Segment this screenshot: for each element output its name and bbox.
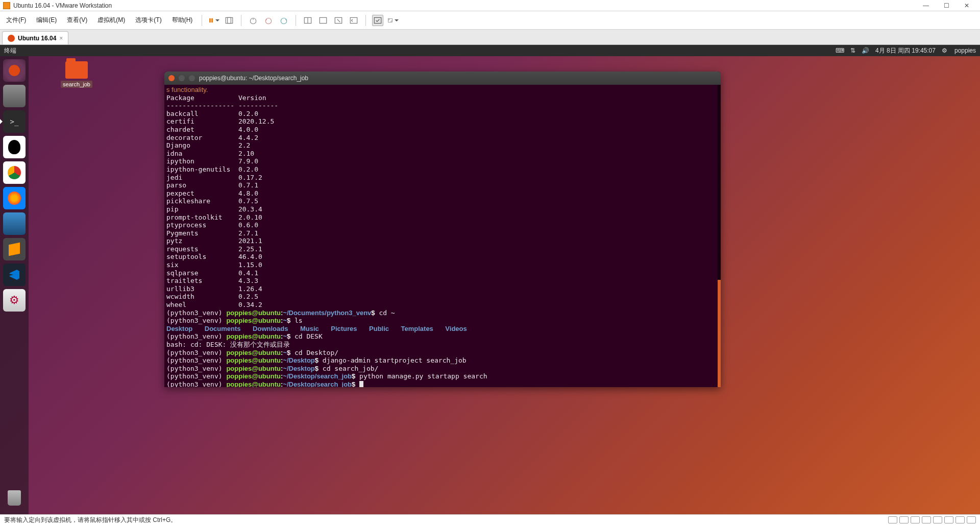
quick-switch-button[interactable] — [372, 15, 383, 26]
terminal-maximize-button[interactable] — [189, 75, 195, 81]
view-unity-button[interactable] — [333, 15, 344, 26]
vmware-titlebar: Ubuntu 16.04 - VMware Workstation — ☐ ✕ — [0, 0, 980, 11]
launcher-chrome-icon[interactable] — [3, 161, 26, 184]
launcher-terminal-icon[interactable] — [3, 110, 26, 133]
launcher-sublime-icon[interactable] — [3, 238, 26, 260]
view-console-button[interactable] — [348, 15, 359, 26]
status-printer-icon[interactable] — [944, 516, 953, 523]
svg-point-6 — [281, 18, 287, 23]
window-close-button[interactable]: ✕ — [957, 1, 977, 11]
desktop-folder-search-job[interactable]: search_job — [58, 61, 95, 88]
vmware-tabbar: Ubuntu 16.04 × — [0, 30, 980, 45]
window-maximize-button[interactable]: ☐ — [936, 1, 957, 11]
toolbar-separator — [202, 15, 202, 26]
svg-rect-2 — [226, 17, 233, 23]
svg-point-5 — [266, 18, 272, 23]
ubuntu-desktop[interactable]: 终端 ⌨ ⇅ 🔊 4月 8日 周四 19:45:07 ⚙ poppies sea… — [0, 45, 980, 514]
topbar-clock[interactable]: 4月 8日 周四 19:45:07 — [875, 46, 936, 55]
keyboard-indicator-icon[interactable]: ⌨ — [836, 47, 844, 54]
terminal-scrollbar[interactable] — [718, 85, 721, 387]
vmware-logo-icon — [3, 2, 10, 9]
terminal-titlebar[interactable]: poppies@ubuntu: ~/Desktop/search_job — [164, 71, 721, 85]
launcher-settings-icon[interactable] — [3, 289, 26, 312]
menu-tabs[interactable]: 选项卡(T) — [132, 14, 164, 27]
launcher-network-icon[interactable] — [3, 212, 26, 235]
network-icon[interactable]: ⇅ — [850, 47, 855, 54]
svg-rect-9 — [320, 17, 327, 23]
menu-help[interactable]: 帮助(H) — [169, 14, 196, 27]
vm-tab-ubuntu[interactable]: Ubuntu 16.04 × — [2, 31, 68, 44]
status-misc-icon[interactable] — [967, 516, 976, 523]
status-sound-icon[interactable] — [933, 516, 942, 523]
folder-icon — [65, 61, 88, 79]
view-single-button[interactable] — [302, 15, 313, 26]
toolbar-separator — [365, 15, 366, 26]
terminal-title-text: poppies@ubuntu: ~/Desktop/search_job — [199, 75, 308, 82]
vmware-footer-hint: 要将输入定向到该虚拟机，请将鼠标指针移入其中或按 Ctrl+G。 — [4, 516, 177, 524]
menu-file[interactable]: 文件(F) — [3, 14, 29, 27]
vm-tab-label: Ubuntu 16.04 — [18, 35, 56, 42]
snapshot-take-button[interactable] — [248, 15, 259, 26]
launcher-trash-icon[interactable] — [3, 487, 26, 509]
status-usb-icon[interactable] — [922, 516, 931, 523]
view-split-button[interactable] — [317, 15, 329, 26]
svg-rect-12 — [375, 17, 382, 23]
topbar-app-title: 终端 — [4, 46, 16, 55]
ubuntu-topbar: 终端 ⌨ ⇅ 🔊 4月 8日 周四 19:45:07 ⚙ poppies — [0, 45, 980, 56]
sound-icon[interactable]: 🔊 — [862, 47, 869, 54]
ubuntu-icon — [8, 35, 15, 42]
fullscreen-button[interactable] — [387, 15, 399, 26]
launcher-firefox-icon[interactable] — [3, 187, 26, 209]
vmware-statusbar: 要将输入定向到该虚拟机，请将鼠标指针移入其中或按 Ctrl+G。 — [0, 514, 980, 525]
vmware-window-title: Ubuntu 16.04 - VMware Workstation — [13, 2, 916, 9]
status-net-icon[interactable] — [911, 516, 920, 523]
toolbar-separator — [296, 15, 296, 26]
vmware-menubar: 文件(F) 编辑(E) 查看(V) 虚拟机(M) 选项卡(T) 帮助(H) — [0, 11, 980, 30]
vm-tab-close-icon[interactable]: × — [59, 35, 63, 42]
topbar-user[interactable]: poppies — [954, 47, 976, 54]
svg-rect-3 — [228, 17, 231, 23]
gear-icon[interactable]: ⚙ — [942, 47, 947, 54]
launcher-vscode-icon[interactable] — [3, 264, 26, 286]
status-cd-icon[interactable] — [899, 516, 909, 523]
terminal-minimize-button[interactable] — [179, 75, 185, 81]
power-pause-button[interactable] — [208, 15, 219, 26]
send-ctrl-alt-del-button[interactable] — [224, 15, 235, 26]
menu-vm[interactable]: 虚拟机(M) — [94, 14, 128, 27]
status-display-icon[interactable] — [955, 516, 965, 523]
terminal-close-button[interactable] — [168, 75, 175, 81]
terminal-window[interactable]: poppies@ubuntu: ~/Desktop/search_job s f… — [164, 71, 721, 387]
terminal-scrollbar-thumb[interactable] — [718, 280, 721, 387]
snapshot-manager-button[interactable] — [278, 15, 289, 26]
desktop-folder-label: search_job — [61, 81, 92, 88]
svg-rect-1 — [212, 18, 213, 22]
svg-rect-0 — [209, 18, 211, 22]
unity-launcher — [0, 56, 29, 514]
terminal-body[interactable]: s functionality. Package Version -------… — [164, 85, 721, 387]
launcher-dash-icon[interactable] — [3, 59, 26, 82]
window-minimize-button[interactable]: — — [916, 1, 936, 11]
launcher-files-icon[interactable] — [3, 85, 26, 107]
snapshot-revert-button[interactable] — [263, 15, 274, 26]
toolbar-separator — [241, 15, 241, 26]
launcher-qq-icon[interactable] — [3, 136, 26, 158]
menu-edit[interactable]: 编辑(E) — [33, 14, 60, 27]
status-hdd-icon[interactable] — [888, 516, 897, 523]
menu-view[interactable]: 查看(V) — [64, 14, 90, 27]
